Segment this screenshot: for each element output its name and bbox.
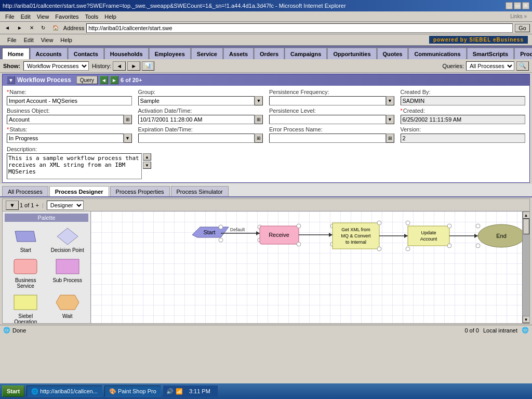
business-object-picker-btn[interactable]: ⊞ bbox=[124, 115, 132, 124]
vscroll-down-btn[interactable]: ▼ bbox=[523, 316, 530, 323]
activation-datetime-picker-btn[interactable]: ⊞ bbox=[255, 115, 263, 124]
tab-campaigns[interactable]: Campaigns bbox=[285, 48, 327, 59]
subtab-all-processes[interactable]: All Processes bbox=[2, 186, 48, 196]
business-service-svg bbox=[13, 257, 38, 276]
expiration-datetime-input[interactable] bbox=[138, 134, 255, 143]
persistence-freq-input[interactable] bbox=[269, 96, 386, 105]
created-label: Created: bbox=[401, 108, 526, 114]
group-picker-btn[interactable]: ▼ bbox=[255, 96, 263, 105]
tab-products[interactable]: Products bbox=[514, 48, 532, 59]
desc-scroll-down[interactable]: ▼ bbox=[143, 162, 151, 169]
vscroll-thumb[interactable] bbox=[523, 219, 529, 234]
queries-go-btn[interactable]: 🔍 bbox=[516, 61, 529, 71]
palette-item-sub-process[interactable]: Sub Process bbox=[49, 257, 87, 289]
app-menu-file[interactable]: File bbox=[4, 36, 20, 44]
expiration-datetime-field: Expiration Date/Time: ⊞ bbox=[138, 126, 263, 143]
subtab-process-designer[interactable]: Process Designer bbox=[49, 186, 109, 196]
close-btn[interactable]: ✕ bbox=[522, 2, 529, 9]
tab-households[interactable]: Households bbox=[104, 48, 149, 59]
group-input-area: ▼ bbox=[138, 96, 263, 105]
canvas-vscroll[interactable]: ▲ ▼ bbox=[522, 211, 529, 323]
palette-item-wait[interactable]: Wait bbox=[49, 293, 87, 324]
persistence-freq-picker-btn[interactable]: ▼ bbox=[386, 96, 394, 105]
svg-marker-1 bbox=[57, 228, 78, 245]
activation-datetime-input[interactable] bbox=[138, 115, 255, 124]
status-input[interactable] bbox=[7, 134, 124, 143]
tab-orders[interactable]: Orders bbox=[254, 48, 284, 59]
created-input bbox=[401, 115, 526, 124]
prev-btn[interactable]: ◄ bbox=[100, 76, 108, 84]
tab-assets[interactable]: Assets bbox=[223, 48, 254, 59]
persistence-level-field: Persistence Level: ▼ bbox=[269, 108, 394, 124]
error-process-picker-btn[interactable]: ⊞ bbox=[386, 134, 394, 143]
next-btn[interactable]: ► bbox=[110, 76, 118, 84]
vscroll-up-btn[interactable]: ▲ bbox=[523, 211, 530, 219]
ie-menu-help[interactable]: Help bbox=[101, 12, 119, 21]
ie-menu-file[interactable]: File bbox=[2, 12, 18, 21]
designer-menu-btn[interactable]: ▼ bbox=[6, 201, 19, 210]
persistence-level-input[interactable] bbox=[269, 115, 386, 124]
tab-employees[interactable]: Employees bbox=[149, 48, 191, 59]
activation-datetime-label: Activation Date/Time: bbox=[138, 108, 263, 114]
tab-accounts[interactable]: Accounts bbox=[30, 48, 68, 59]
ie-menu-view[interactable]: View bbox=[34, 12, 52, 21]
app-menu-edit[interactable]: Edit bbox=[21, 36, 37, 44]
designer-area: ▼ 1 of 1 + | Designer Palette Start bbox=[2, 198, 530, 324]
address-input[interactable] bbox=[86, 23, 513, 33]
ie-menu-tools[interactable]: Tools bbox=[82, 12, 102, 21]
palette-item-decision[interactable]: Decision Point bbox=[49, 227, 87, 253]
forward-btn[interactable]: ► bbox=[15, 23, 25, 32]
expiration-datetime-picker-btn[interactable]: ⊞ bbox=[255, 134, 263, 143]
name-label: Name: bbox=[7, 89, 132, 95]
history-back-btn[interactable]: ◄ bbox=[113, 61, 126, 71]
group-input[interactable] bbox=[138, 96, 255, 105]
persistence-freq-field: Persistence Frequency: ▼ bbox=[269, 89, 394, 105]
back-btn[interactable]: ◄ bbox=[2, 23, 12, 32]
palette-sub-process-label: Sub Process bbox=[52, 277, 82, 283]
history-fwd-btn[interactable]: ► bbox=[127, 61, 140, 71]
home-btn[interactable]: 🏠 bbox=[50, 23, 61, 32]
tab-contacts[interactable]: Contacts bbox=[68, 48, 104, 59]
persistence-freq-input-area: ▼ bbox=[269, 96, 394, 105]
go-button[interactable]: Go bbox=[515, 24, 530, 32]
collapse-btn[interactable]: ▼ bbox=[7, 76, 15, 84]
description-textarea[interactable]: This is a sample workflow process that r… bbox=[7, 153, 142, 179]
persistence-level-picker-btn[interactable]: ▼ bbox=[386, 115, 394, 124]
palette-item-business-service[interactable]: Business Service bbox=[7, 257, 45, 289]
subtab-process-simulator[interactable]: Process Simulator bbox=[171, 186, 229, 196]
tab-opportunities[interactable]: Opportunities bbox=[327, 48, 376, 59]
stop-btn[interactable]: ✕ bbox=[27, 23, 36, 32]
desc-scroll-up[interactable]: ▲ bbox=[143, 153, 151, 161]
palette-item-siebel-operation[interactable]: Siebel Operation bbox=[7, 293, 45, 324]
description-label: Description: bbox=[7, 146, 37, 152]
query-btn[interactable]: Query bbox=[76, 76, 98, 84]
status-picker-btn[interactable]: ▼ bbox=[124, 134, 132, 143]
app-menu-help[interactable]: Help bbox=[57, 36, 75, 44]
window-title: http://ariba01/callcenter/start.swe?SWEF… bbox=[3, 3, 346, 9]
restore-btn[interactable]: ▭ bbox=[514, 2, 521, 9]
refresh-btn[interactable]: ↻ bbox=[38, 23, 48, 32]
tab-quotes[interactable]: Quotes bbox=[377, 48, 408, 59]
designer-nav: ▼ 1 of 1 + | Designer bbox=[6, 201, 84, 210]
tab-communications[interactable]: Communications bbox=[408, 48, 466, 59]
ie-menu-favorites[interactable]: Favorites bbox=[52, 12, 82, 21]
show-select[interactable]: Workflow Processes bbox=[23, 61, 89, 71]
app-menu-view[interactable]: View bbox=[38, 36, 57, 44]
minimize-btn[interactable]: _ bbox=[506, 2, 513, 9]
designer-view-select[interactable]: Designer bbox=[47, 201, 84, 210]
bookmark-btn[interactable]: 📊 bbox=[142, 61, 154, 71]
business-object-input[interactable] bbox=[7, 115, 124, 124]
ie-menu-edit[interactable]: Edit bbox=[18, 12, 34, 21]
error-process-input[interactable] bbox=[269, 134, 386, 143]
queries-select[interactable]: All Processes bbox=[466, 61, 514, 71]
palette: Palette Start bbox=[3, 211, 91, 323]
palette-item-start[interactable]: Start bbox=[7, 227, 45, 253]
window-controls[interactable]: _ ▭ ✕ bbox=[506, 2, 529, 9]
ie-links[interactable]: Links » bbox=[507, 12, 530, 20]
subtab-process-properties[interactable]: Process Properties bbox=[110, 186, 170, 196]
tab-home[interactable]: Home bbox=[2, 48, 30, 59]
tab-smartscripts[interactable]: SmartScripts bbox=[467, 48, 514, 59]
name-input[interactable] bbox=[7, 96, 132, 105]
tab-service[interactable]: Service bbox=[191, 48, 223, 59]
queries-label: Queries: bbox=[442, 63, 464, 69]
